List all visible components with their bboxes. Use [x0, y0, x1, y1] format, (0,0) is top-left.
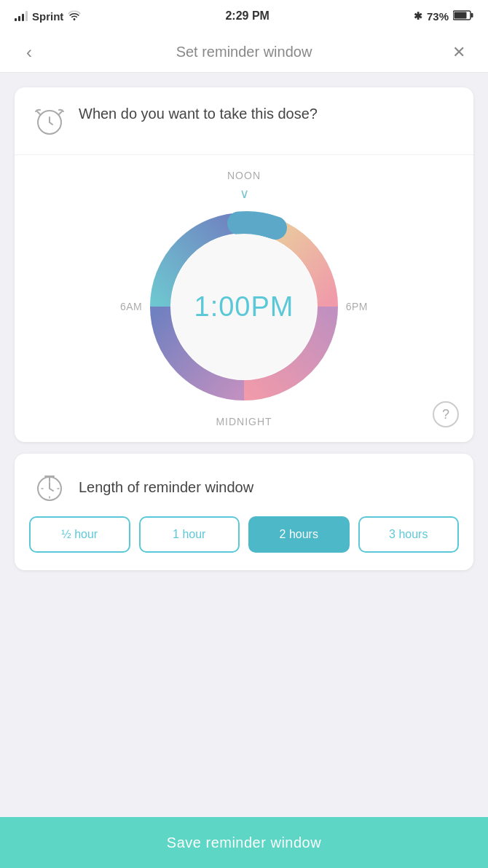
6pm-label: 6PM: [346, 301, 368, 312]
noon-label: NOON: [227, 170, 261, 181]
status-left: Sprint: [15, 10, 81, 23]
length-header: Length of reminder window: [15, 454, 473, 516]
back-button[interactable]: ‹: [15, 38, 44, 67]
dial-container[interactable]: 1:00PM: [142, 205, 346, 409]
bluetooth-icon: ✱: [414, 10, 422, 22]
nav-bar: ‹ Set reminder window ✕: [0, 32, 488, 73]
one-hour-button[interactable]: 1 hour: [139, 516, 240, 553]
battery-icon: [453, 10, 473, 23]
status-right: ✱ 73%: [414, 10, 473, 23]
svg-rect-2: [454, 12, 467, 18]
reminder-length-card: Length of reminder window ½ hour 1 hour …: [15, 454, 473, 570]
timer-icon: [32, 470, 67, 505]
signal-icon: [15, 11, 28, 21]
svg-rect-1: [471, 13, 473, 17]
save-reminder-button[interactable]: Save reminder window: [0, 817, 488, 868]
dial-section[interactable]: NOON ∨ 6AM: [15, 155, 473, 442]
help-button[interactable]: ?: [433, 401, 459, 427]
dose-time-card: When do you want to take this dose? NOON…: [15, 87, 473, 442]
alarm-icon: [32, 103, 67, 138]
dial-indicator: ∨: [240, 186, 249, 202]
status-time: 2:29 PM: [225, 9, 269, 23]
duration-options: ½ hour 1 hour 2 hours 3 hours: [15, 516, 473, 570]
status-bar: Sprint 2:29 PM ✱ 73%: [0, 0, 488, 32]
battery-label: 73%: [427, 10, 449, 23]
three-hours-button[interactable]: 3 hours: [358, 516, 460, 553]
nav-title: Set reminder window: [176, 44, 312, 60]
main-content: When do you want to take this dose? NOON…: [0, 73, 488, 570]
question-section: When do you want to take this dose?: [15, 87, 473, 155]
two-hours-button[interactable]: 2 hours: [248, 516, 350, 553]
wifi-icon: [68, 10, 81, 23]
time-display: 1:00PM: [194, 291, 294, 323]
close-button[interactable]: ✕: [444, 38, 473, 67]
length-title: Length of reminder window: [79, 479, 253, 496]
half-hour-button[interactable]: ½ hour: [29, 516, 130, 553]
save-button-wrap: Save reminder window: [0, 817, 488, 868]
carrier-label: Sprint: [32, 10, 63, 23]
question-text: When do you want to take this dose?: [79, 103, 318, 124]
midnight-label: MIDNIGHT: [216, 416, 272, 427]
6am-label: 6AM: [120, 301, 142, 312]
